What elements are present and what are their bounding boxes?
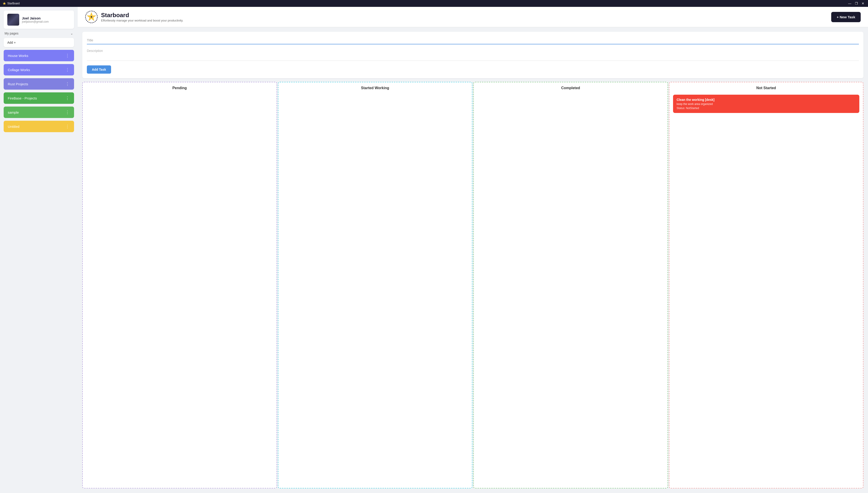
brand-title: Starboard (101, 12, 183, 19)
sidebar-item-house-works[interactable]: House Works ⋮ (4, 50, 74, 61)
app-icon (3, 2, 6, 5)
column-title-not-started: Not Started (673, 86, 860, 92)
title-bar-left: StarBoard (3, 2, 20, 5)
add-button[interactable]: Add + (4, 38, 74, 47)
svg-point-3 (91, 16, 92, 18)
user-info: Joel Jaison joeljaison@gmail.com (22, 16, 49, 23)
task-card-title: Clean the working [desk] (677, 98, 856, 102)
column-title-pending: Pending (86, 86, 273, 92)
kanban-column-completed: Completed (473, 82, 668, 488)
user-card: Joel Jaison joeljaison@gmail.com (4, 10, 74, 29)
close-button[interactable]: ✕ (861, 2, 865, 5)
sidebar-item-label: Rust Projects (8, 82, 28, 86)
kanban-column-started: Started Working (278, 82, 473, 488)
maximize-button[interactable]: ❐ (854, 2, 859, 5)
sidebar-item-rust-projects[interactable]: Rust Projects ⋮ (4, 78, 74, 90)
sidebar-item-collage-works[interactable]: Collage Works ⋮ (4, 64, 74, 76)
task-title-input[interactable] (87, 36, 859, 44)
minimize-button[interactable]: — (847, 2, 852, 5)
my-pages-label: My pages (5, 31, 19, 35)
kanban-board: Pending Started Working Completed Not St… (82, 82, 863, 488)
title-bar: StarBoard — ❐ ✕ (0, 0, 868, 7)
column-title-completed: Completed (477, 86, 664, 92)
brand-subtitle: Effortlessly manage your workload and bo… (101, 19, 183, 22)
kanban-column-not-started: Not Started Clean the working [desk] kee… (669, 82, 864, 488)
task-card-description: keep the work area organized (677, 103, 856, 106)
chevron-down-icon[interactable]: ⌄ (70, 31, 73, 35)
my-pages-header: My pages ⌄ (4, 31, 74, 35)
sidebar-item-label: Untitled (8, 125, 19, 129)
title-bar-controls: — ❐ ✕ (847, 2, 865, 5)
new-task-button[interactable]: + New Task (831, 12, 861, 22)
sidebar-item-label: FireBase - Projects (8, 96, 37, 100)
more-options-icon[interactable]: ⋮ (65, 53, 70, 58)
main-content: Starboard Effortlessly manage your workl… (78, 7, 868, 493)
app-layout: Joel Jaison joeljaison@gmail.com My page… (0, 7, 868, 493)
avatar (7, 14, 19, 26)
sidebar-item-label: House Works (8, 54, 28, 58)
sidebar-item-sample[interactable]: sample ⋮ (4, 107, 74, 118)
task-form: Add Task (82, 32, 863, 78)
more-options-icon[interactable]: ⋮ (65, 67, 70, 72)
app-brand: Starboard Effortlessly manage your workl… (85, 10, 183, 23)
more-options-icon[interactable]: ⋮ (65, 110, 70, 115)
app-header: Starboard Effortlessly manage your workl… (78, 7, 868, 27)
sidebar-item-label: Collage Works (8, 68, 30, 72)
svg-marker-0 (3, 2, 6, 5)
more-options-icon[interactable]: ⋮ (65, 124, 70, 129)
task-description-input[interactable] (87, 47, 859, 61)
sidebar-item-label: sample (8, 110, 19, 114)
starboard-logo-icon (85, 10, 98, 23)
task-card[interactable]: Clean the working [desk] keep the work a… (673, 95, 860, 113)
avatar-image (7, 14, 19, 26)
brand-text: Starboard Effortlessly manage your workl… (101, 12, 183, 22)
add-task-button[interactable]: Add Task (87, 65, 111, 73)
kanban-column-pending: Pending (82, 82, 277, 488)
column-title-started: Started Working (282, 86, 468, 92)
more-options-icon[interactable]: ⋮ (65, 95, 70, 101)
sidebar-item-untitled[interactable]: Untitled ⋮ (4, 121, 74, 132)
more-options-icon[interactable]: ⋮ (65, 81, 70, 86)
sidebar: Joel Jaison joeljaison@gmail.com My page… (0, 7, 78, 493)
user-name: Joel Jaison (22, 16, 49, 20)
task-card-status: Status: NotStarted (677, 107, 856, 110)
title-bar-title: StarBoard (7, 2, 20, 5)
user-email: joeljaison@gmail.com (22, 20, 49, 23)
sidebar-item-firebase-projects[interactable]: FireBase - Projects ⋮ (4, 92, 74, 104)
